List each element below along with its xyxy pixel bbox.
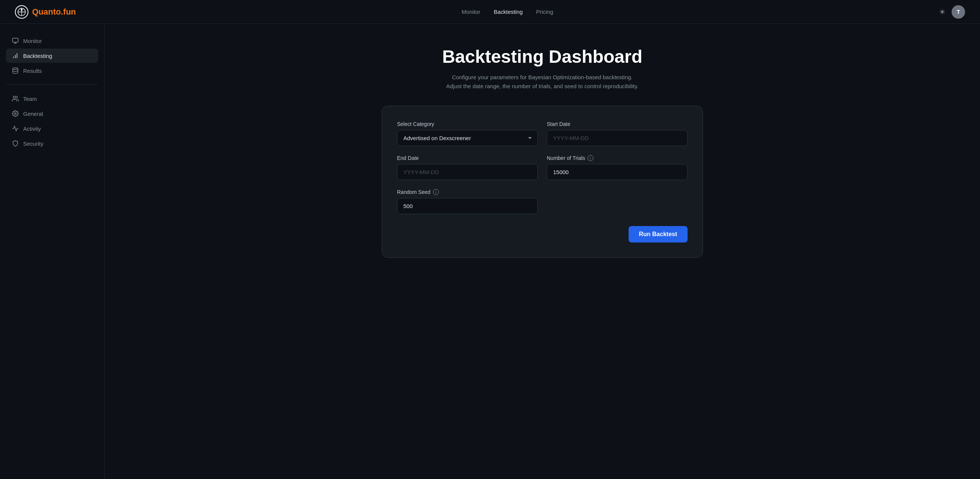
svg-point-12 <box>13 96 16 98</box>
svg-point-4 <box>21 9 23 10</box>
form-group-category: Select Category Advertised on Dexscreene… <box>397 121 538 146</box>
sidebar-item-general[interactable]: General <box>6 107 98 121</box>
sidebar-label-general: General <box>23 111 43 117</box>
logo-text: Quanto.fun <box>32 7 76 17</box>
svg-rect-5 <box>13 38 18 42</box>
activity-icon <box>12 125 19 132</box>
logo[interactable]: Quanto.fun <box>15 5 76 19</box>
sidebar-label-team: Team <box>23 95 37 102</box>
users-icon <box>12 95 19 102</box>
svg-point-11 <box>13 68 18 70</box>
form-row-1: Select Category Advertised on Dexscreene… <box>397 121 687 146</box>
sidebar-item-security[interactable]: Security <box>6 136 98 151</box>
sidebar-label-security: Security <box>23 140 43 147</box>
sidebar-item-results[interactable]: Results <box>6 64 98 78</box>
nav-monitor[interactable]: Monitor <box>461 9 480 15</box>
num-trials-input[interactable] <box>547 164 687 180</box>
header: Quanto.fun Monitor Backtesting Pricing ☀… <box>0 0 980 24</box>
theme-toggle-button[interactable]: ☀ <box>939 8 946 16</box>
page-title: Backtesting Dashboard <box>442 46 643 67</box>
sidebar-label-backtesting: Backtesting <box>23 53 52 59</box>
logo-icon <box>15 5 29 19</box>
monitor-icon <box>12 37 19 44</box>
random-seed-input[interactable] <box>397 198 538 214</box>
chart-bar-icon <box>12 52 19 59</box>
sidebar: Monitor Backtesting Results <box>0 24 105 479</box>
sidebar-label-monitor: Monitor <box>23 38 42 44</box>
start-date-label: Start Date <box>547 121 687 127</box>
category-select[interactable]: Advertised on Dexscreener Top Trending N… <box>397 130 538 146</box>
num-trials-info-icon: i <box>587 155 593 161</box>
nav-backtesting[interactable]: Backtesting <box>494 9 523 15</box>
main-content: Backtesting Dashboard Configure your par… <box>105 24 980 479</box>
form-group-end-date: End Date <box>397 155 538 180</box>
sidebar-label-activity: Activity <box>23 126 41 132</box>
nav-pricing[interactable]: Pricing <box>536 9 554 15</box>
sidebar-bottom-section: Team General Activity <box>0 91 104 151</box>
theme-icon: ☀ <box>939 8 946 16</box>
settings-icon <box>12 110 19 117</box>
sidebar-top-section: Monitor Backtesting Results <box>0 33 104 78</box>
nav: Monitor Backtesting Pricing <box>461 9 553 15</box>
form-row-2: End Date Number of Trials i <box>397 155 687 180</box>
database-icon <box>12 67 19 74</box>
random-seed-info-icon: i <box>433 189 439 195</box>
form-group-start-date: Start Date <box>547 121 687 146</box>
form-row-3: Random Seed i <box>397 189 538 214</box>
form-card: Select Category Advertised on Dexscreene… <box>382 106 703 258</box>
category-label: Select Category <box>397 121 538 127</box>
form-footer: Run Backtest <box>397 226 687 242</box>
run-backtest-button[interactable]: Run Backtest <box>628 226 687 242</box>
form-group-num-trials: Number of Trials i <box>547 155 687 180</box>
sidebar-item-monitor[interactable]: Monitor <box>6 33 98 48</box>
start-date-input[interactable] <box>547 130 687 146</box>
end-date-label: End Date <box>397 155 538 161</box>
avatar[interactable]: T <box>951 5 965 19</box>
shield-icon <box>12 140 19 147</box>
svg-point-13 <box>14 113 16 115</box>
sidebar-item-backtesting[interactable]: Backtesting <box>6 49 98 63</box>
end-date-input[interactable] <box>397 164 538 180</box>
header-actions: ☀ T <box>939 5 965 19</box>
sidebar-label-results: Results <box>23 68 42 74</box>
page-subtitle: Configure your parameters for Bayesian O… <box>446 73 638 91</box>
sidebar-divider <box>6 84 98 85</box>
sidebar-item-activity[interactable]: Activity <box>6 121 98 135</box>
form-group-random-seed: Random Seed i <box>397 189 538 214</box>
num-trials-label: Number of Trials i <box>547 155 687 161</box>
sidebar-item-team[interactable]: Team <box>6 92 98 106</box>
random-seed-label: Random Seed i <box>397 189 538 195</box>
